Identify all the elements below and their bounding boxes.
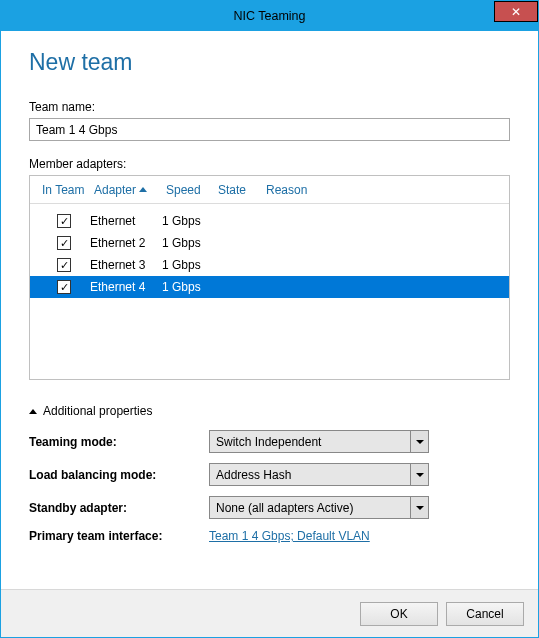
content-area: New team Team name: Member adapters: In … [1, 31, 538, 589]
ok-button[interactable]: OK [360, 602, 438, 626]
column-speed[interactable]: Speed [162, 183, 214, 197]
cell-speed: 1 Gbps [162, 280, 214, 294]
table-row[interactable]: ✓Ethernet 21 Gbps [30, 232, 509, 254]
chevron-down-icon [416, 440, 424, 444]
teaming-mode-row: Teaming mode: Switch Independent [29, 430, 510, 453]
member-adapters-label: Member adapters: [29, 157, 510, 171]
additional-properties: Additional properties Teaming mode: Swit… [29, 404, 510, 553]
standby-adapter-dropdown[interactable]: None (all adapters Active) [209, 496, 429, 519]
table-row[interactable]: ✓Ethernet 41 Gbps [30, 276, 509, 298]
standby-adapter-row: Standby adapter: None (all adapters Acti… [29, 496, 510, 519]
table-row[interactable]: ✓Ethernet1 Gbps [30, 210, 509, 232]
dropdown-button[interactable] [410, 497, 428, 518]
cell-adapter: Ethernet [90, 214, 162, 228]
cell-adapter: Ethernet 2 [90, 236, 162, 250]
load-balancing-value: Address Hash [216, 468, 291, 482]
close-button[interactable]: ✕ [494, 1, 538, 22]
dialog-window: NIC Teaming ✕ New team Team name: Member… [0, 0, 539, 638]
teaming-mode-value: Switch Independent [216, 435, 321, 449]
additional-properties-toggle[interactable]: Additional properties [29, 404, 510, 418]
row-checkbox[interactable]: ✓ [57, 280, 71, 294]
teaming-mode-dropdown[interactable]: Switch Independent [209, 430, 429, 453]
team-name-label: Team name: [29, 100, 510, 114]
load-balancing-label: Load balancing mode: [29, 468, 209, 482]
load-balancing-dropdown[interactable]: Address Hash [209, 463, 429, 486]
row-checkbox[interactable]: ✓ [57, 214, 71, 228]
cell-speed: 1 Gbps [162, 214, 214, 228]
chevron-down-icon [416, 473, 424, 477]
titlebar[interactable]: NIC Teaming ✕ [1, 1, 538, 31]
team-name-input[interactable] [29, 118, 510, 141]
primary-interface-link[interactable]: Team 1 4 Gbps; Default VLAN [209, 529, 370, 543]
grid-header: In Team Adapter Speed State Reason [30, 176, 509, 204]
column-reason[interactable]: Reason [262, 183, 322, 197]
cancel-button[interactable]: Cancel [446, 602, 524, 626]
close-icon: ✕ [511, 5, 521, 19]
cell-adapter: Ethernet 4 [90, 280, 162, 294]
cell-adapter: Ethernet 3 [90, 258, 162, 272]
cell-speed: 1 Gbps [162, 236, 214, 250]
column-state[interactable]: State [214, 183, 262, 197]
dropdown-button[interactable] [410, 464, 428, 485]
chevron-up-icon [29, 409, 37, 414]
table-row[interactable]: ✓Ethernet 31 Gbps [30, 254, 509, 276]
additional-properties-label: Additional properties [43, 404, 152, 418]
standby-adapter-label: Standby adapter: [29, 501, 209, 515]
dropdown-button[interactable] [410, 431, 428, 452]
chevron-down-icon [416, 506, 424, 510]
window-title: NIC Teaming [233, 9, 305, 23]
sort-asc-icon [139, 187, 147, 192]
column-in-team[interactable]: In Team [38, 183, 90, 197]
member-adapters-grid: In Team Adapter Speed State Reason ✓Ethe… [29, 175, 510, 380]
primary-interface-label: Primary team interface: [29, 529, 209, 543]
grid-body: ✓Ethernet1 Gbps✓Ethernet 21 Gbps✓Etherne… [30, 204, 509, 379]
row-checkbox[interactable]: ✓ [57, 236, 71, 250]
page-title: New team [29, 49, 510, 76]
column-adapter[interactable]: Adapter [90, 183, 162, 197]
load-balancing-row: Load balancing mode: Address Hash [29, 463, 510, 486]
primary-interface-row: Primary team interface: Team 1 4 Gbps; D… [29, 529, 510, 543]
row-checkbox[interactable]: ✓ [57, 258, 71, 272]
cell-speed: 1 Gbps [162, 258, 214, 272]
standby-adapter-value: None (all adapters Active) [216, 501, 353, 515]
dialog-footer: OK Cancel [1, 589, 538, 637]
teaming-mode-label: Teaming mode: [29, 435, 209, 449]
